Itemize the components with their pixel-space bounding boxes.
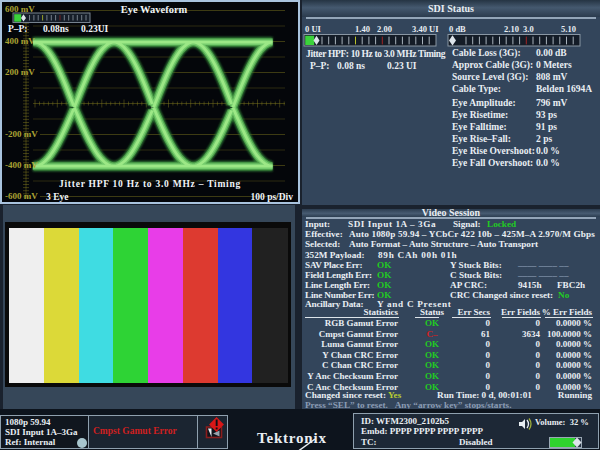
svg-text:Eye Waveform: Eye Waveform — [121, 4, 188, 15]
svg-text:-600 mV: -600 mV — [5, 191, 38, 201]
svg-text:Jitter HPF 10 Hz to 3.0 MHz –: Jitter HPF 10 Hz to 3.0 MHz – Timing — [59, 179, 241, 189]
svg-text:-200 mV: -200 mV — [5, 129, 38, 139]
svg-text:-400 mV: -400 mV — [5, 160, 38, 170]
svg-text:0.23UI: 0.23UI — [81, 24, 108, 34]
svg-text:3 Eye: 3 Eye — [46, 192, 68, 202]
svg-text:600 mV: 600 mV — [5, 4, 35, 14]
svg-text:P–P:: P–P: — [8, 24, 28, 34]
svg-text:100 ps/Div: 100 ps/Div — [251, 192, 294, 202]
svg-text:200 mV: 200 mV — [5, 67, 35, 77]
svg-text:400 mV: 400 mV — [5, 36, 35, 46]
svg-text:0.08ns: 0.08ns — [43, 24, 69, 34]
